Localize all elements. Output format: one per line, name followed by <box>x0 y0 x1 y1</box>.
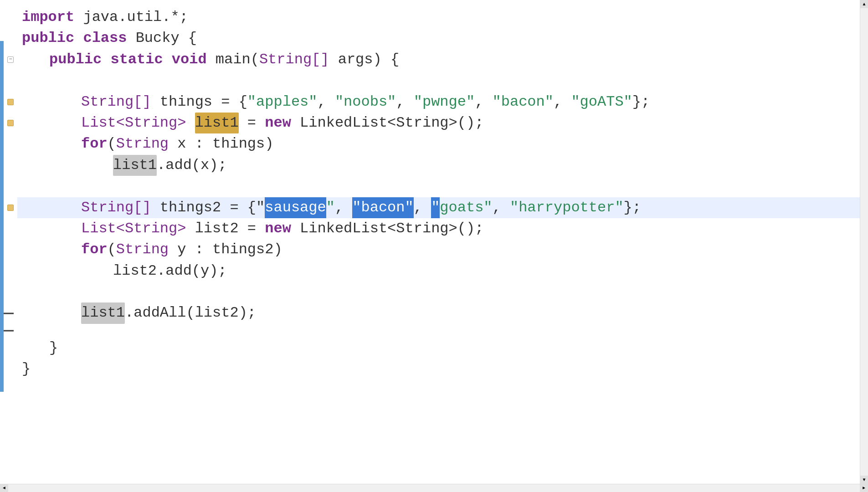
keyword-new2: new <box>265 218 291 239</box>
var-list1-gray: list1 <box>113 155 157 176</box>
things2-close: }; <box>624 197 641 218</box>
dash-bookmark-1 <box>4 313 14 314</box>
keyword-static: static <box>110 49 163 70</box>
line-add2: list2.add(y); <box>17 261 868 282</box>
for2-y-things2: y : things2) <box>169 239 282 260</box>
things1-var: things = { <box>151 92 247 113</box>
var-list1: list1 <box>195 113 239 133</box>
comma4: , <box>554 92 571 113</box>
line-things2-decl: String[] things2 = {"sausage" , "bacon" … <box>17 197 868 218</box>
line-empty-4 <box>17 324 868 338</box>
collapse-icon-list1[interactable] <box>7 120 14 126</box>
brace-close-class: } <box>22 359 31 379</box>
scrollbar-v-track[interactable] <box>860 8 868 476</box>
code-area[interactable]: import java.util.*; public class Bucky {… <box>0 0 868 492</box>
var-list1-addall: list1 <box>81 302 125 323</box>
keyword-public-class: public class <box>22 28 127 49</box>
scroll-up-button[interactable]: ▲ <box>860 0 868 8</box>
scrollbar-horizontal[interactable]: ◄ ► <box>0 484 868 492</box>
type-string-arr1: String[] <box>81 92 151 113</box>
keyword-new1: new <box>265 113 291 133</box>
things1-close: }; <box>632 92 650 113</box>
comma3: , <box>475 92 492 113</box>
str-bacon1: "bacon" <box>493 92 554 113</box>
space <box>102 49 110 70</box>
collapse-icon-main[interactable]: − <box>7 56 14 63</box>
space-l2: list2 = <box>186 218 265 239</box>
import-path: java.util.*; <box>74 7 188 28</box>
for2-content: ( <box>108 239 116 260</box>
selected-sausage: sausage <box>265 197 326 218</box>
collapse-icon-things1[interactable] <box>7 99 14 105</box>
selected-bacon: "bacon" <box>352 197 413 218</box>
dash-bookmark-2 <box>4 330 14 331</box>
comma-s4: , <box>493 197 510 218</box>
line-empty-2 <box>17 176 868 197</box>
str-goats: goats" <box>440 197 492 218</box>
line-close-class: } <box>17 359 868 379</box>
right-arrow-icon: ► <box>863 486 865 491</box>
line-close-main: } <box>17 338 868 359</box>
main-sig: main( <box>207 49 259 70</box>
class-name: Bucky { <box>127 28 197 49</box>
line-empty-3 <box>17 282 868 302</box>
type-list2: List<String> <box>81 218 186 239</box>
collapse-icon-things2[interactable] <box>7 205 14 211</box>
left-indicators <box>0 0 17 492</box>
str-pwnge: "pwnge" <box>414 92 475 113</box>
for1-x-things: x : things) <box>169 133 273 154</box>
brace-close-main: } <box>49 338 58 359</box>
keyword-for2: for <box>81 239 108 260</box>
linkedlist1: LinkedList<String>(); <box>291 113 483 133</box>
str-noobs: "noobs" <box>335 92 396 113</box>
linkedlist2: LinkedList<String>(); <box>291 218 483 239</box>
left-arrow-icon: ◄ <box>3 486 5 491</box>
type-list1: List<String> <box>81 113 186 133</box>
line-empty-1 <box>17 70 868 91</box>
keyword-public: public <box>49 49 102 70</box>
code-content: import java.util.*; public class Bucky {… <box>17 5 868 380</box>
comma-s3: , <box>414 197 431 218</box>
scrollbar-vertical[interactable]: ▲ ▼ <box>860 0 868 484</box>
keyword-for1: for <box>81 133 108 154</box>
type-string-y: String <box>116 239 169 260</box>
str-goATS: "goATS" <box>571 92 632 113</box>
line-things1-decl: String[] things = { "apples" , "noobs" ,… <box>17 92 868 113</box>
type-string-arr2: String[] <box>81 197 151 218</box>
line-main-decl: − public static void main( String[] args… <box>17 49 868 70</box>
line-list1-decl: List<String> list1 = new LinkedList<Stri… <box>17 113 868 133</box>
add1-content: .add(x); <box>157 155 227 176</box>
equals-list1: = <box>239 113 265 133</box>
line-list2-decl: List<String> list2 = new LinkedList<Stri… <box>17 218 868 239</box>
comma1: , <box>317 92 334 113</box>
scroll-left-button[interactable]: ◄ <box>0 484 8 492</box>
scroll-down-button[interactable]: ▼ <box>860 476 868 484</box>
editor-container: import java.util.*; public class Bucky {… <box>0 0 868 492</box>
add2-content: list2.add(y); <box>113 261 227 282</box>
scrollbar-h-track[interactable] <box>8 484 860 492</box>
type-string-array: String[] <box>259 49 329 70</box>
for1-content: ( <box>108 133 116 154</box>
line-import: import java.util.*; <box>17 7 868 28</box>
space-l1 <box>186 113 195 133</box>
selected-quote-start: " <box>431 197 440 218</box>
keyword-import: import <box>22 7 74 28</box>
line-add1: list1 .add(x); <box>17 155 868 176</box>
scroll-right-button[interactable]: ► <box>860 484 868 492</box>
keyword-void: void <box>172 49 207 70</box>
blue-bar-main <box>0 41 4 392</box>
line-for2: for ( String y : things2) <box>17 239 868 260</box>
args: args) { <box>329 49 400 70</box>
up-arrow-icon: ▲ <box>863 2 865 7</box>
comma-s2: , <box>335 197 352 218</box>
comma2: , <box>396 92 413 113</box>
line-addall: list1 .addAll(list2); <box>17 302 868 323</box>
type-string-x: String <box>116 133 169 154</box>
things2-var: things2 = {" <box>151 197 265 218</box>
down-arrow-icon: ▼ <box>863 477 865 482</box>
space2 <box>163 49 172 70</box>
str-harrypotter: "harrypotter" <box>510 197 624 218</box>
str-sausage-quote-end: " <box>326 197 335 218</box>
str-apples: "apples" <box>247 92 318 113</box>
addall-content: .addAll(list2); <box>125 302 256 323</box>
